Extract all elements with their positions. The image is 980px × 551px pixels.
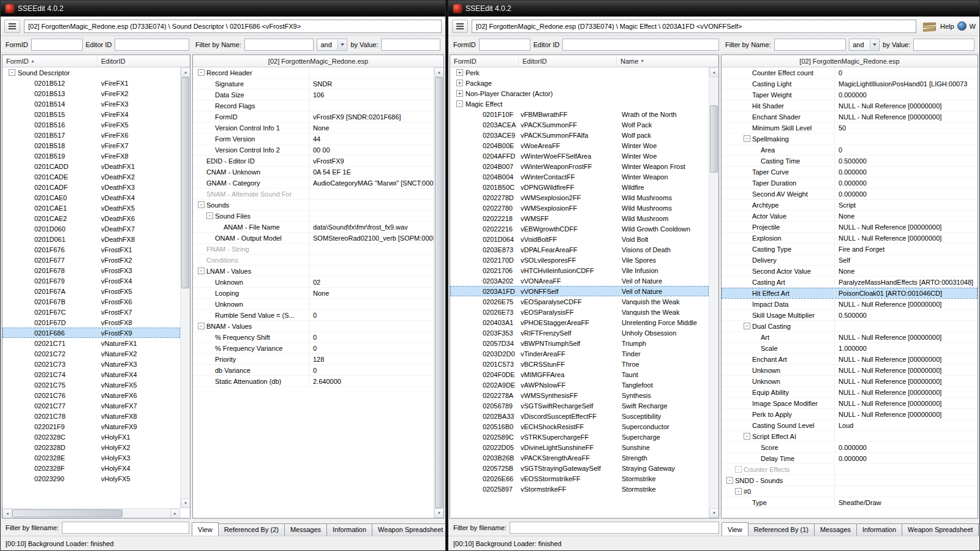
detail-row[interactable]: Equip Ability NULL - Null Reference [000… xyxy=(722,387,978,398)
column-header-formid[interactable]: FormID xyxy=(450,55,519,67)
titlebar[interactable]: SSEEdit 4.0.2 xyxy=(448,1,979,17)
expander-icon[interactable]: - xyxy=(456,100,463,107)
detail-row[interactable]: EDID - Editor ID vFrostFX9 xyxy=(193,156,434,167)
expander-icon[interactable]: - xyxy=(744,323,750,329)
tree-row[interactable]: 0201F676 vFrostFX1 xyxy=(2,244,180,255)
tree-row[interactable]: 0201F10F vFBMBwrathFF Wrath of the North xyxy=(450,109,709,119)
tree-root-row[interactable]: + Perk xyxy=(450,67,709,78)
tree-row[interactable]: 0201B516 vFireFX5 xyxy=(2,119,180,130)
expander-icon[interactable]: + xyxy=(456,80,463,86)
tree-row[interactable]: 0201F67C vFrostFX7 xyxy=(2,307,180,317)
detail-row[interactable]: Area 0 xyxy=(722,144,978,156)
tree-row[interactable]: 020516B0 vECHShockResistFF Superconducto… xyxy=(450,421,709,432)
detail-row[interactable]: Actor Value None xyxy=(722,211,978,222)
detail-row[interactable]: % Frequency Shift 0 xyxy=(193,332,434,343)
detail-row[interactable]: ONAM - Output Model SOMStereoRad02100_ve… xyxy=(193,233,434,244)
tree-row[interactable]: 0201F677 vFrostFX2 xyxy=(2,255,180,265)
column-header-editorid[interactable]: EditorID xyxy=(519,55,617,67)
tree-row[interactable]: 0202170D vSOLvilesporesFF Vile Spores xyxy=(450,255,709,265)
detail-row[interactable]: ANAM - File Name data\Sound\fx\fmr\frost… xyxy=(193,222,434,233)
tree-row[interactable]: 02021C77 vNatureFX7 xyxy=(2,400,180,411)
detail-row[interactable]: Delay Time 0.000000 xyxy=(722,453,978,464)
tree-root-row[interactable]: - Sound Descriptor xyxy=(2,67,180,78)
detail-row[interactable]: Delivery Self xyxy=(722,255,978,266)
detail-row[interactable]: Unknown NULL - Null Reference [00000000] xyxy=(722,376,978,387)
detail-row[interactable]: Second Actor Value None xyxy=(722,266,978,277)
detail-row[interactable]: Conditions xyxy=(193,255,434,266)
detail-row[interactable]: FormID vFrostFX9 [SNDR:0201F686] xyxy=(193,111,434,122)
detail-row[interactable]: - Dual Casting xyxy=(722,321,978,332)
tree-row[interactable]: 0204B007 vWinterWeaponFrostFF Winter Wea… xyxy=(450,161,709,171)
filter-name-input[interactable] xyxy=(244,39,314,51)
scroll-up-icon[interactable]: ▲ xyxy=(434,67,444,77)
menu-button[interactable] xyxy=(452,20,468,33)
tree-row[interactable]: 0201D060 vDeathFX7 xyxy=(2,223,180,234)
tree-row[interactable]: 0201B518 vFireFX7 xyxy=(2,140,180,151)
detail-row[interactable]: Counter Effect count 0 xyxy=(722,67,978,78)
detail-row[interactable]: Rumble Send Value = (S... 0 xyxy=(193,310,434,321)
formid-input[interactable] xyxy=(479,39,530,51)
detail-row[interactable]: Casting Time 0.500000 xyxy=(722,156,978,167)
expander-icon[interactable]: + xyxy=(456,90,463,97)
tree-row[interactable]: 0202278D vWMSexplosion2FF Wild Mushrooms xyxy=(450,192,709,203)
tree-row[interactable]: 0202328F vHolyFX4 xyxy=(2,463,180,473)
tree-row[interactable]: 0202278A vWMSSynthesisFF Synthesis xyxy=(450,390,709,400)
tree-root-row[interactable]: + Package xyxy=(450,78,709,88)
detail-row[interactable]: - Sounds xyxy=(193,200,434,211)
tab[interactable]: Referenced By (1) xyxy=(748,523,815,536)
detail-row[interactable]: - Record Header xyxy=(193,67,434,78)
tree-row[interactable]: 02026E75 vEOSparalyseCDFF Vanquish the W… xyxy=(450,296,709,307)
tree-row[interactable]: 020403A1 vPHOEStaggerAreaFF Unrelenting … xyxy=(450,317,709,328)
detail-row[interactable]: - LNAM - Values xyxy=(193,266,434,277)
detail-row[interactable]: Type Sheathe/Draw xyxy=(722,497,978,508)
tree-row[interactable]: 0201B513 vFireFX2 xyxy=(2,88,180,99)
detail-row[interactable]: Skill Usage Multiplier 0.500000 xyxy=(722,310,978,321)
clipped-toolbar-button[interactable]: W xyxy=(970,23,976,30)
scroll-right-icon[interactable]: ► xyxy=(170,509,180,519)
expander-icon[interactable]: - xyxy=(198,69,205,76)
detail-row[interactable]: Unknown xyxy=(193,299,434,310)
detail-row[interactable]: - Counter Effects xyxy=(722,464,978,475)
filter-value-input[interactable] xyxy=(381,39,440,51)
tab[interactable]: Referenced By (2) xyxy=(218,523,285,536)
tab[interactable]: Weapon Spreadsheet xyxy=(902,523,979,536)
expander-icon[interactable]: - xyxy=(198,268,205,274)
tree-row[interactable]: 0201B512 vFireFX1 xyxy=(2,78,180,88)
scrollbar-thumb[interactable] xyxy=(710,105,718,173)
expander-icon[interactable]: - xyxy=(206,212,213,219)
detail-row[interactable]: Archtype Script xyxy=(722,200,978,211)
menu-button[interactable] xyxy=(4,20,20,33)
detail-row[interactable]: Version Control Info 1 None xyxy=(193,122,434,133)
tab[interactable]: Information xyxy=(856,523,902,536)
tab[interactable]: View xyxy=(722,522,748,536)
tree-row[interactable]: 02022218 vWMSFF Wild Mushroom xyxy=(450,213,709,223)
plugin-column-header[interactable]: [02] ForgottenMagic_Redone.esp xyxy=(722,55,978,67)
filter-filename-input[interactable] xyxy=(62,522,189,534)
tree-row[interactable]: 0201F678 vFrostFX3 xyxy=(2,265,180,276)
filter-operator-select[interactable]: and xyxy=(317,39,347,51)
detail-row[interactable]: - BNAM - Values xyxy=(193,321,434,332)
tab[interactable]: Information xyxy=(326,523,372,536)
tree-row[interactable]: 0204AFFD vWinterWoeFFSelfArea Winter Woe xyxy=(450,151,709,161)
tree-row[interactable]: 0201F679 vFrostFX4 xyxy=(2,276,180,286)
tree-row[interactable]: 0201B517 vFireFX6 xyxy=(2,130,180,140)
filter-filename-input[interactable] xyxy=(510,522,719,534)
detail-row[interactable]: Hit Effect Art PoisonCloak01 [ARTO:00104… xyxy=(722,288,978,299)
tree-row[interactable]: 0204B004 vWinterContactFF Winter Weapon xyxy=(450,171,709,182)
detail-row[interactable]: Unknown 02 xyxy=(193,277,434,288)
scroll-up-icon[interactable]: ▲ xyxy=(709,67,719,77)
detail-row[interactable]: GNAM - Category AudioCategoryMAG "Магия"… xyxy=(193,178,434,189)
detail-row[interactable]: Casting Sound Level Loud xyxy=(722,420,978,431)
detail-row[interactable]: Looping None xyxy=(193,288,434,299)
detail-row[interactable]: Enchant Shader NULL - Null Reference [00… xyxy=(722,111,978,122)
tree-row[interactable]: 0203ACE9 vPACKSummonFFAlfa Wolf pack xyxy=(450,130,709,140)
detail-row[interactable]: Static Attenuation (db) 2.640000 xyxy=(193,376,434,387)
detail-row[interactable]: Minimum Skill Level 50 xyxy=(722,122,978,133)
tree-row[interactable]: 0201CAE2 vDeathFX6 xyxy=(2,213,180,223)
tree-row[interactable]: 0201F686 vFrostFX9 xyxy=(2,328,180,338)
detail-row[interactable]: SNAM - Alternate Sound For xyxy=(193,189,434,200)
tree-row[interactable]: 0203D2D0 vTinderAreaFF Tinder xyxy=(450,348,709,359)
detail-row[interactable]: Enchant Art NULL - Null Reference [00000… xyxy=(722,354,978,365)
tree-row[interactable]: 022021F9 vNatureFX9 xyxy=(2,421,180,432)
globe-icon[interactable] xyxy=(957,21,967,31)
